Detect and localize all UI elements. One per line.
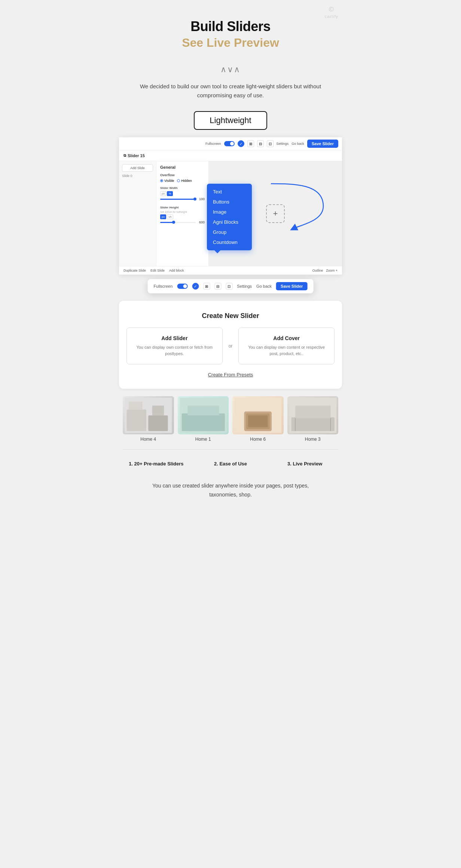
create-from-presets-link[interactable]: Create From Presets xyxy=(126,372,335,378)
fullscreen-toggle-bottom[interactable] xyxy=(177,284,187,289)
presets-row: Home 4 Home 1 xyxy=(119,396,342,442)
width-thumb[interactable] xyxy=(193,198,196,201)
room-home4 xyxy=(123,396,174,434)
unit-vh-tab[interactable]: vh xyxy=(167,214,173,219)
add-cover-card[interactable]: Add Cover You can display own content or… xyxy=(238,327,335,364)
top-action-bar: Fullscreen ✓ ⊞ ⊟ ⊡ Settings Go back Save… xyxy=(119,137,342,150)
hidden-radio-dot xyxy=(177,179,180,182)
preset-label-home3: Home 3 xyxy=(287,437,339,442)
goback-link-top[interactable]: Go back xyxy=(291,142,304,146)
wave-divider: ∧∨∧ xyxy=(115,65,346,74)
features-row: 1. 20+ Pre-made Sliders 2. Ease of Use 3… xyxy=(115,453,346,474)
save-slider-btn-top[interactable]: Save Slider xyxy=(307,140,338,148)
preset-label-home1: Home 1 xyxy=(178,437,229,442)
room-home6 xyxy=(232,396,284,434)
preset-home4[interactable]: Home 4 xyxy=(123,396,174,442)
editor-body: Add Slide Slide 0 General Overflow Visib… xyxy=(119,161,342,266)
svg-rect-13 xyxy=(291,417,334,431)
icon-check-bottom[interactable]: ✓ xyxy=(192,283,199,290)
add-slide-btn[interactable]: Add Slide xyxy=(122,164,153,172)
footer-description: You can use created slider anywhere insi… xyxy=(115,474,346,511)
height-track[interactable] xyxy=(160,222,196,223)
preset-thumb-home1 xyxy=(178,396,229,434)
settings-link-top[interactable]: Settings xyxy=(277,142,289,146)
block-menu-countdown[interactable]: Countdown xyxy=(207,237,252,247)
preset-label-home4: Home 4 xyxy=(123,437,174,442)
block-menu: Text Buttons Image Agni Blocks Group Cou… xyxy=(207,184,252,250)
icon-more-bottom[interactable]: ⊡ xyxy=(226,283,232,290)
preset-label-home6: Home 6 xyxy=(232,437,284,442)
height-unit-tabs: px vh xyxy=(160,214,173,219)
overflow-label: Overflow xyxy=(160,173,205,177)
icon-check[interactable]: ✓ xyxy=(238,140,244,147)
visible-radio-dot xyxy=(160,179,163,182)
slider-options: Add Slider You can display own content o… xyxy=(126,327,335,364)
hidden-radio[interactable]: Hidden xyxy=(177,179,192,183)
block-menu-text[interactable]: Text xyxy=(207,187,252,197)
main-title: Build Sliders xyxy=(123,19,338,34)
svg-rect-7 xyxy=(187,406,219,415)
add-slider-title: Add Slider xyxy=(133,335,216,341)
icon-grid[interactable]: ⊟ xyxy=(257,140,264,147)
visible-label: Visible xyxy=(164,179,174,183)
block-menu-agni[interactable]: Agni Blocks xyxy=(207,217,252,227)
block-menu-image[interactable]: Image xyxy=(207,207,252,217)
hidden-label: Hidden xyxy=(181,179,192,183)
goback-link-bottom[interactable]: Go back xyxy=(256,284,272,288)
description: We decided to build our own tool to crea… xyxy=(115,82,346,100)
svg-rect-6 xyxy=(181,413,225,431)
outline-btn[interactable]: Outline xyxy=(312,269,323,272)
block-menu-group[interactable]: Group xyxy=(207,227,252,237)
preset-thumb-home3 xyxy=(287,396,339,434)
editor-topbar: Slider 15 xyxy=(119,150,342,161)
svg-rect-4 xyxy=(129,401,143,409)
preset-home6[interactable]: Home 6 xyxy=(232,396,284,442)
svg-rect-11 xyxy=(248,415,268,427)
badge-section: Lightweight xyxy=(115,111,346,130)
svg-rect-1 xyxy=(127,409,146,431)
slider-editor: Fullscreen ✓ ⊞ ⊟ ⊡ Settings Go back Save… xyxy=(119,137,342,275)
height-slider-row: 600 xyxy=(160,220,205,224)
title-section: Build Sliders See Live Preview xyxy=(115,7,346,57)
unit-px-tab[interactable]: px xyxy=(160,191,166,196)
width-track[interactable] xyxy=(160,199,196,200)
add-cover-title: Add Cover xyxy=(245,335,328,341)
preset-home1[interactable]: Home 1 xyxy=(178,396,229,442)
duplicate-slide-btn[interactable]: Duplicate Slide xyxy=(123,269,146,272)
block-menu-buttons[interactable]: Buttons xyxy=(207,197,252,207)
fullscreen-label-top: Fullscreen xyxy=(205,142,221,146)
preset-home3[interactable]: Home 3 xyxy=(287,396,339,442)
icon-more[interactable]: ⊡ xyxy=(267,140,274,147)
save-slider-btn-bottom[interactable]: Save Slider xyxy=(276,282,307,290)
icon-grid-bottom[interactable]: ⊟ xyxy=(214,283,221,290)
height-thumb[interactable] xyxy=(172,221,175,224)
logo-area: © cartify xyxy=(325,6,338,19)
unit-pct-tab[interactable]: % xyxy=(167,191,173,196)
canvas-area[interactable]: Text Buttons Image Agni Blocks Group Cou… xyxy=(209,161,342,266)
slider-preview-wrapper: Fullscreen ✓ ⊞ ⊟ ⊡ Settings Go back Save… xyxy=(119,137,342,275)
height-value: 600 xyxy=(197,220,205,224)
preset-thumb-home4 xyxy=(123,396,174,434)
visible-radio[interactable]: Visible xyxy=(160,179,174,183)
page-wrapper: © cartify Build Sliders See Live Preview… xyxy=(115,0,346,526)
create-slider-title: Create New Slider xyxy=(126,312,335,320)
feature-premade: 1. 20+ Pre-made Sliders xyxy=(119,461,193,467)
slides-panel: Add Slide Slide 0 xyxy=(119,161,156,266)
unit-px-tab2[interactable]: px xyxy=(160,214,166,219)
sub-title[interactable]: See Live Preview xyxy=(123,36,338,50)
svg-rect-3 xyxy=(152,406,164,415)
bottom-save-bar: Fullscreen ✓ ⊞ ⊟ ⊡ Settings Go back Save… xyxy=(148,279,314,293)
width-slider-row: 100 xyxy=(160,197,205,201)
add-slider-card[interactable]: Add Slider You can display own content o… xyxy=(126,327,223,364)
add-block-plus-btn[interactable]: + xyxy=(266,204,285,223)
fullscreen-toggle[interactable] xyxy=(224,141,235,146)
add-block-btn[interactable]: Add block xyxy=(169,269,184,272)
zoom-btn[interactable]: Zoom + xyxy=(326,269,338,272)
preset-thumb-home6 xyxy=(232,396,284,434)
general-title: General xyxy=(160,165,205,169)
editor-bottombar: Duplicate Slide Edit Slide Add block Out… xyxy=(119,266,342,275)
edit-slide-btn[interactable]: Edit Slide xyxy=(150,269,165,272)
icon-copy-bottom[interactable]: ⊞ xyxy=(203,283,210,290)
settings-link-bottom[interactable]: Settings xyxy=(237,284,252,288)
icon-copy[interactable]: ⊞ xyxy=(247,140,254,147)
